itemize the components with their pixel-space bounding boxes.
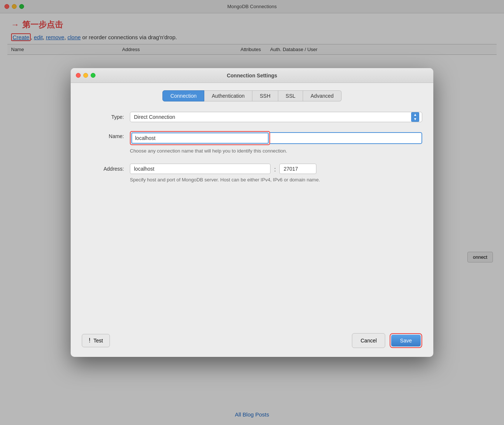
address-host-input[interactable] — [130, 164, 271, 174]
dialog-maximize-button[interactable] — [91, 73, 95, 78]
name-input-highlight-box — [130, 131, 270, 145]
tab-ssl[interactable]: SSL — [278, 90, 303, 101]
save-button[interactable]: Save — [391, 335, 421, 347]
type-form-row: Type: Direct Connection ▲ ▼ — [82, 112, 422, 122]
dialog-close-button[interactable] — [76, 73, 81, 78]
tab-connection[interactable]: Connection — [162, 90, 204, 101]
dialog-minimize-button[interactable] — [83, 73, 88, 78]
address-row: : — [130, 164, 422, 174]
tab-ssh[interactable]: SSH — [252, 90, 278, 101]
dialog-title-bar: Connection Settings — [71, 68, 433, 83]
address-label: Address: — [82, 164, 130, 172]
name-input[interactable] — [131, 133, 269, 144]
address-colon: : — [274, 164, 276, 173]
type-select-wrapper: Direct Connection ▲ ▼ — [130, 112, 422, 122]
name-form-row: Name: Choose any connection name that wi… — [82, 131, 422, 155]
dialog-title: Connection Settings — [227, 73, 277, 78]
type-field-group: Direct Connection ▲ ▼ — [130, 112, 422, 122]
test-button[interactable]: ! Test — [82, 334, 110, 347]
type-select[interactable]: Direct Connection — [130, 112, 422, 122]
name-field-group: Choose any connection name that will hel… — [130, 131, 422, 155]
test-icon: ! — [89, 337, 90, 344]
dialog-body: Connection Authentication SSH SSL Advanc… — [71, 83, 433, 327]
test-label: Test — [93, 338, 103, 344]
type-label: Type: — [82, 112, 130, 120]
tab-advanced[interactable]: Advanced — [303, 90, 341, 101]
tab-authentication[interactable]: Authentication — [204, 90, 252, 101]
tabs-row: Connection Authentication SSH SSL Advanc… — [82, 90, 422, 101]
address-field-group: : Specify host and port of MongoDB serve… — [130, 164, 422, 184]
dialog-traffic-lights — [76, 73, 95, 78]
name-label: Name: — [82, 131, 130, 139]
save-button-highlight-box: Save — [390, 333, 422, 348]
address-form-row: Address: : Specify host and port of Mong… — [82, 164, 422, 184]
modal-overlay: Connection Settings Connection Authentic… — [0, 0, 504, 425]
address-port-input[interactable] — [279, 164, 316, 174]
cancel-button[interactable]: Cancel — [352, 333, 385, 348]
name-input-extension[interactable] — [270, 132, 422, 144]
address-hint: Specify host and port of MongoDB server.… — [130, 176, 422, 184]
main-window: MongoDB Connections → 第一步点击 Create, edit… — [0, 0, 504, 425]
connection-settings-dialog: Connection Settings Connection Authentic… — [71, 68, 433, 357]
dialog-footer: ! Test Cancel Save — [71, 327, 433, 357]
footer-right: Cancel Save — [352, 333, 422, 348]
name-hint: Choose any connection name that will hel… — [130, 147, 422, 155]
